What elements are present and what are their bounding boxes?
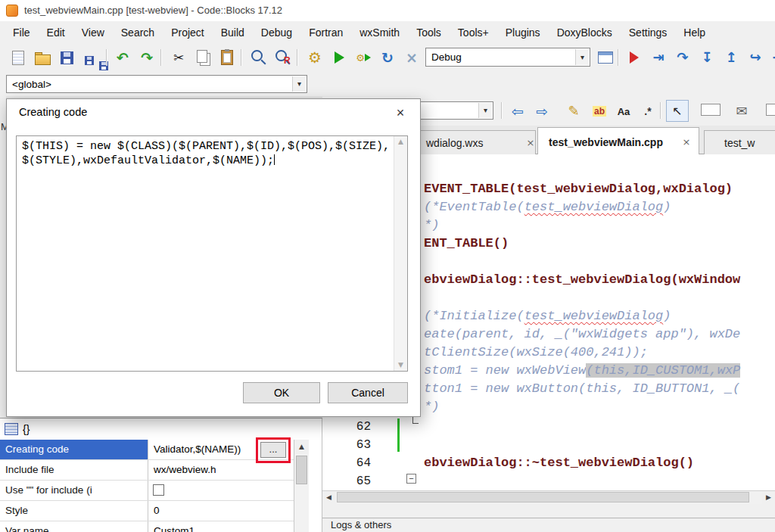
step-into-button[interactable]: ↧ [696,47,717,68]
abort-build-button[interactable]: × [401,47,422,68]
menu-search[interactable]: Search [113,21,163,44]
menu-settings[interactable]: Settings [621,21,676,44]
fold-end-marker [412,417,419,424]
property-value[interactable]: Custom1 [149,521,294,532]
search-next-button[interactable]: ⇨ [531,101,552,122]
menu-help[interactable]: Help [675,21,714,44]
copy-button[interactable] [192,47,213,68]
next-instruction-button[interactable]: ↪ [745,47,766,68]
annotation-highlight-box [256,437,291,463]
property-grid-root-label[interactable]: {} [23,418,30,440]
redo-button[interactable]: ↷ [136,47,157,68]
toolbar-separator [618,49,618,66]
paste-button[interactable] [216,47,238,68]
step-out-button[interactable]: ↥ [721,47,742,68]
undo-button[interactable]: ↶ [112,47,133,68]
menu-edit[interactable]: Edit [39,21,73,44]
match-case-button[interactable]: Aa [613,101,634,122]
property-row-var-name[interactable]: Var name Custom1 [0,521,294,532]
tab-close-icon[interactable]: × [524,137,537,149]
hscroll-thumb[interactable] [337,492,749,502]
menu-plugins[interactable]: Plugins [497,21,549,44]
save-all-button[interactable] [80,47,101,68]
pointer-tool-button[interactable]: ↖ [666,100,689,122]
property-grid-icon[interactable] [5,423,18,435]
pen-icon: ✎ [568,104,579,118]
arrow-left-icon: ⇦ [512,104,524,119]
menu-view[interactable]: View [73,21,113,44]
build-button[interactable]: ⚙ [304,47,325,68]
cut-button[interactable]: ✂ [168,47,189,68]
property-row-include-file[interactable]: Include file wx/webview.h [0,460,294,481]
step-extra-button[interactable]: ⇥ [767,47,775,68]
open-file-button[interactable] [32,47,53,68]
debug-continue-button[interactable] [624,47,645,68]
hscroll-right-arrow[interactable]: ▶ [762,491,775,504]
panel-frame-icon[interactable] [701,104,721,116]
menu-fortran[interactable]: Fortran [300,21,351,44]
menu-wxsmith[interactable]: wxSmith [351,21,408,44]
hscroll-left-arrow[interactable]: ◀ [322,491,335,504]
property-row-creating-code[interactable]: Creating code Validator,$(NAME)) ... [0,440,294,460]
scope-combobox[interactable]: <global> ▾ [6,75,307,93]
tab-close-icon[interactable]: × [680,136,693,148]
textarea-scrollbar: ▲ ▼ [394,136,407,371]
textarea-scroll-down[interactable]: ▼ [394,359,407,371]
property-value[interactable]: 0 [149,501,294,521]
rebuild-icon: ↻ [381,51,394,65]
dialog-close-button[interactable]: × [388,104,412,122]
new-file-button[interactable] [8,47,29,68]
build-target-value: Debug [431,48,462,66]
clipped-toolbar-icon[interactable] [766,104,775,116]
next-line-button[interactable]: ↷ [672,47,693,68]
search-dropdown-arrow[interactable]: ▾ [478,103,492,118]
toolbar-separator [241,49,241,66]
build-target-dropdown-arrow[interactable]: ▾ [575,49,589,65]
property-row-use-quotes[interactable]: Use "" for include (i [0,481,294,501]
regex-button[interactable]: .* [637,101,658,122]
scope-dropdown-arrow[interactable]: ▾ [292,76,306,92]
code-template-textarea[interactable]: $(THIS) = new $(CLASS)($(PARENT),$(ID),$… [16,135,408,372]
build-target-combobox[interactable]: Debug ▾ [425,48,590,67]
code-line: ENT_TABLE() [424,235,509,253]
save-button[interactable] [56,47,77,68]
run-button[interactable] [328,47,350,68]
ok-button[interactable]: OK [243,382,320,403]
property-label[interactable]: Use "" for include (i [0,481,148,500]
menu-debug[interactable]: Debug [253,21,300,44]
tab-test-webviewmain-cpp[interactable]: test_webviewMain.cpp × [537,127,699,154]
find-button[interactable] [248,47,269,68]
envelope-icon: ✉ [736,104,747,118]
changed-lines-marker [397,418,400,452]
textarea-scroll-up[interactable]: ▲ [394,136,407,148]
menu-project[interactable]: Project [163,21,213,44]
menu-tools-plus[interactable]: Tools+ [450,21,497,44]
property-label[interactable]: Creating code [0,440,148,459]
next-instruction-icon: ↪ [749,51,761,64]
template-line: $(THIS) = new $(CLASS)($(PARENT),$(ID),$… [22,139,390,154]
envelope-button[interactable]: ✉ [731,101,752,122]
target-options-button[interactable] [595,47,616,68]
search-prev-button[interactable]: ⇦ [507,101,528,122]
replace-button[interactable]: R [272,47,294,68]
property-row-style[interactable]: Style 0 [0,501,294,521]
step-extra-icon: ⇥ [772,51,775,64]
rebuild-button[interactable]: ↻ [377,47,398,68]
pg-scroll-up-arrow[interactable]: ▲ [294,440,309,454]
highlight-occurrences-button[interactable]: ab [589,101,610,122]
menu-build[interactable]: Build [213,21,253,44]
build-and-run-button[interactable]: ⚙ [353,47,374,68]
fold-toggle[interactable]: − [406,474,416,484]
menu-tools[interactable]: Tools [408,21,450,44]
property-label[interactable]: Include file [0,460,148,480]
menu-file[interactable]: File [5,21,39,44]
run-to-cursor-button[interactable]: ⇥ [648,47,669,68]
highlight-pen-button[interactable]: ✎ [563,101,584,122]
property-label[interactable]: Var name [0,521,148,532]
include-quotes-checkbox[interactable] [153,484,164,496]
menu-doxyblocks[interactable]: DoxyBlocks [549,21,621,44]
property-label[interactable]: Style [0,501,148,521]
pg-scroll-thumb[interactable] [296,456,307,484]
tab-clipped[interactable]: test_w [704,130,775,154]
cancel-button[interactable]: Cancel [328,382,408,403]
